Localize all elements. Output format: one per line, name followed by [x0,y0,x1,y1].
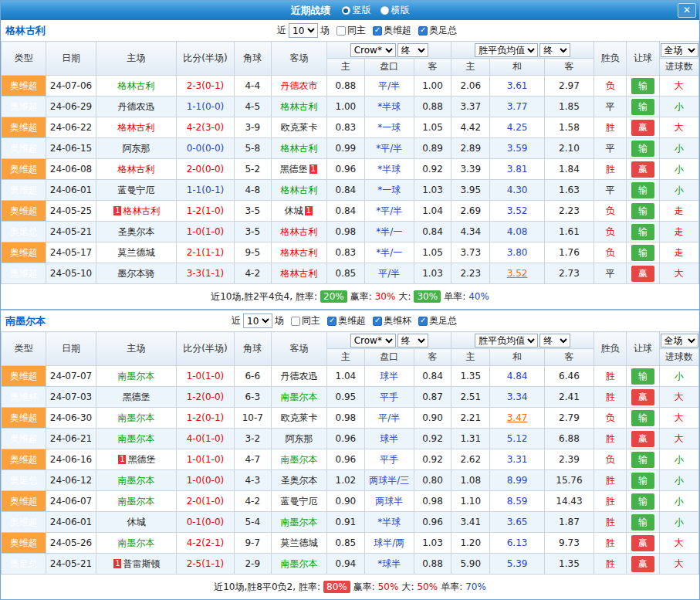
filter-checkbox[interactable]: 奥足总 [418,314,457,327]
checkbox-checked-icon[interactable] [418,26,428,36]
checkbox-checked-icon[interactable] [373,26,382,36]
handicap-result-tag: 输 [631,368,654,385]
checkbox-checked-icon[interactable] [418,317,428,326]
layout-radio-horizontal[interactable]: 横版 [380,4,410,17]
match-row[interactable]: 奥维杯24-07-03黑德堡1-2(0-0)6-3南墨尔本0.95平手0.872… [2,387,699,408]
goals-result: 小 [659,470,698,491]
asian-home-odds: 0.88 [327,76,364,97]
filter-checkbox[interactable]: 奥维超 [373,24,411,37]
avg-draw-odds: 4.25 [490,117,544,138]
match-count-select[interactable]: 10 [289,23,318,38]
away-team: 休城1 [271,201,326,222]
summary-segment: 近10场,胜2平4负4, [211,290,293,303]
checkbox-checked-icon[interactable] [327,317,336,326]
match-row[interactable]: 奥维超24-06-29丹德农迅1-1(0-0)4-5格林古利1.00*半球0.8… [2,97,699,117]
asian-home-odds: 1.00 [327,97,364,117]
close-button[interactable]: ✕ [678,3,696,18]
home-team: 蓝曼宁厄 [96,180,177,201]
goals-result: 小 [659,138,698,159]
score: 2-5(1-1) [177,554,234,575]
avg-select[interactable]: 胜平负均值 [475,43,538,57]
asian-away-odds: 0.98 [414,491,451,512]
home-team-name: 丹德农迅 [117,101,154,112]
avg-draw-odds: 3.59 [490,138,544,159]
corners: 9-7 [234,533,271,554]
filter-label: 奥维超 [384,24,411,37]
checkbox-unchecked-icon[interactable] [291,317,300,326]
match-row[interactable]: 奥维超24-06-22格林古利4-2(3-0)3-9欧克莱卡0.83*一球1.0… [2,117,699,138]
asian-away-odds: 1.04 [414,201,451,222]
corners: 4-4 [234,76,271,97]
final-avg-select[interactable]: 终 [539,43,570,57]
match-row[interactable]: 奥维超24-05-251格林古利1-2(1-0)3-5休城10.84*平/半1.… [2,201,699,222]
checkbox-unchecked-icon[interactable] [336,26,346,36]
avg-away-odds: 2.79 [544,408,593,429]
match-row[interactable]: 奥维超24-05-17莫兰德城2-1(1-1)9-5格林古利0.83*半/一1.… [2,242,699,263]
avg-draw-odds: 6.13 [490,533,544,554]
bookmaker-select[interactable]: Crow* [350,334,396,347]
near-label: 近 [277,24,286,37]
col-header-avg-home: 主 [451,349,490,366]
match-row[interactable]: 奥维超24-07-06格林古利2-3(0-1)4-4丹德农市0.88平/半1.0… [2,76,699,97]
filter-checkbox[interactable]: 奥维超 [327,314,366,327]
match-date: 24-07-07 [46,366,96,387]
corners: 3-5 [234,222,271,242]
match-count-select[interactable]: 10 [243,314,272,328]
asian-home-odds: 0.85 [327,533,364,554]
results-table: 类型日期主场比分(半场)角球客场Crow*终胜平负均值终胜负让球全场主盘口客主和… [1,41,699,284]
avg-away-odds: 1.58 [544,117,593,138]
match-row[interactable]: 奥足总24-05-211普雷斯顿2-5(1-1)2-9南墨尔本0.94*球半0.… [2,554,699,575]
score: 4-0(1-0) [177,429,234,449]
match-row[interactable]: 奥维超24-06-01蓝曼宁厄1-1(0-1)4-8格林古利0.84*一球1.0… [2,180,699,201]
final-avg-select[interactable]: 终 [539,334,570,347]
scope-select[interactable]: 全场 [661,43,698,57]
match-row[interactable]: 奥维超24-06-161黑德堡1-0(1-0)4-7南墨尔本0.96平手0.92… [2,449,699,470]
home-team: 南墨尔本 [96,408,177,429]
corners: 5-2 [234,159,271,180]
final-odds-select[interactable]: 终 [397,43,428,57]
layout-radio-vertical[interactable]: 竖版 [342,4,371,17]
home-team-name: 蓝曼宁厄 [117,185,154,195]
asian-away-odds: 0.84 [414,222,451,242]
away-team-name: 蓝曼宁厄 [281,496,318,507]
asian-handicap: 平手 [364,449,414,470]
filter-checkbox[interactable]: 同主 [336,24,366,37]
match-date: 24-06-08 [46,159,96,180]
match-row[interactable]: 奥维超24-06-21南墨尔本4-0(1-0)3-2阿东那0.96球半0.921… [2,429,699,449]
home-team: 莫兰德城 [96,242,177,263]
final-odds-select[interactable]: 终 [397,334,428,347]
match-row[interactable]: 奥足总24-05-21圣奥尔本1-0(1-0)3-5格林古利0.98*半/一0.… [2,222,699,242]
filter-checkbox[interactable]: 奥维杯 [373,314,411,327]
filter-checkbox[interactable]: 同主 [291,314,320,327]
match-row[interactable]: 奥维超24-07-07南墨尔本1-0(1-0)6-6丹德农迅1.04球半0.84… [2,366,699,387]
bookmaker-select[interactable]: Crow* [350,43,396,57]
match-date: 24-05-21 [46,554,96,575]
handicap-result: 赢 [627,429,659,449]
avg-select[interactable]: 胜平负均值 [475,334,538,347]
match-row[interactable]: 奥维超24-06-08格林古利2-0(0-0)5-2黑德堡10.96*半球0.9… [2,159,699,180]
match-row[interactable]: 奥维超24-06-30南墨尔本1-2(0-1)10-7欧克莱卡0.98平/半0.… [2,408,699,429]
away-team-name: 圣奥尔本 [281,475,318,486]
avg-draw-odds: 3.52 [490,201,544,222]
match-row[interactable]: 奥维超24-06-01休城0-1(0-0)5-4南墨尔本0.91*半球0.963… [2,512,699,533]
away-team: 格林古利 [271,242,326,263]
scope-select[interactable]: 全场 [661,334,698,347]
match-row[interactable]: 奥维超24-06-15阿东那0-0(0-0)5-8格林古利0.99*平/半0.8… [2,138,699,159]
asian-home-odds: 1.04 [327,366,364,387]
match-row[interactable]: 奥维超24-05-26南墨尔本4-2(2-1)9-7莫兰德城0.85球半/两1.… [2,533,699,554]
avg-away-odds: 1.85 [544,97,593,117]
match-row[interactable]: 奥足总24-06-12南墨尔本1-0(0-0)4-3圣奥尔本1.02两球半/三0… [2,470,699,491]
recent-results-window: 近期战绩 竖版横版 ✕ 格林古利近10场同主奥维超奥足总类型日期主场比分(半场)… [0,0,700,600]
corners: 3-5 [234,201,271,222]
checkbox-checked-icon[interactable] [373,317,382,326]
summary-segment: 单率: [441,581,462,594]
filter-checkbox[interactable]: 奥足总 [418,24,457,37]
match-row[interactable]: 奥维超24-06-07南墨尔本2-0(1-0)4-2蓝曼宁厄0.90两球半0.9… [2,491,699,512]
avg-draw-odds: 3.31 [490,449,544,470]
avg-draw-odds: 8.99 [490,470,544,491]
section-header: 南墨尔本近10场同主奥维超奥维杯奥足总 [1,310,699,331]
league-badge: 奥维超 [2,408,46,429]
handicap-result: 输 [627,180,659,201]
match-row[interactable]: 奥维超24-05-10墨尔本骑3-3(1-1)4-2格林古利0.85平/半1.0… [2,263,699,284]
home-team-name: 黑德堡 [127,454,155,465]
